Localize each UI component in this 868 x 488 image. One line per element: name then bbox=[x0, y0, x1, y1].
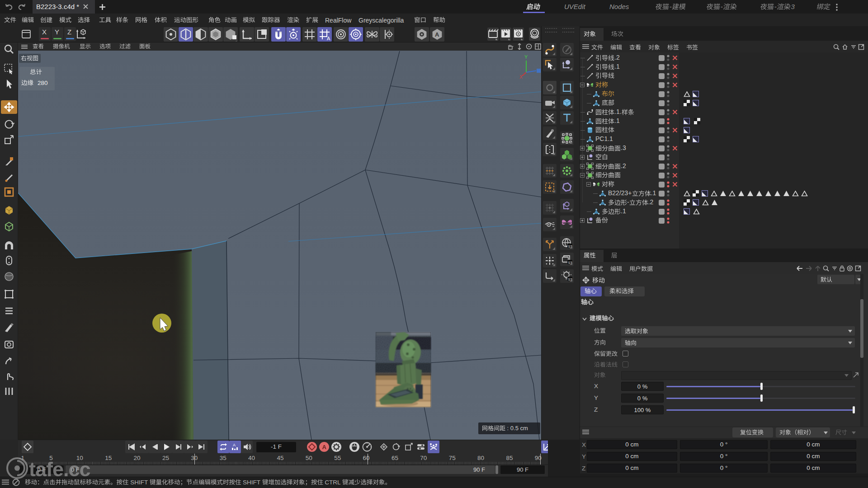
svg-text:A: A bbox=[322, 444, 327, 450]
svg-text:X: X bbox=[519, 75, 523, 80]
svg-text:A: A bbox=[233, 443, 236, 447]
svg-text:A: A bbox=[327, 36, 330, 41]
svg-text:Y: Y bbox=[524, 54, 528, 60]
svg-text:A: A bbox=[435, 31, 439, 38]
